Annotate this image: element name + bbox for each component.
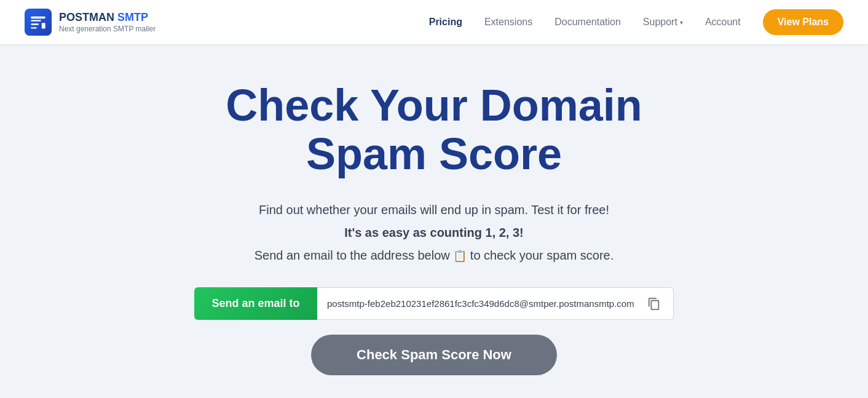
view-plans-button[interactable]: View Plans <box>763 9 843 35</box>
logo-text: POSTMAN SMTP Next generation SMTP mailer <box>59 11 156 33</box>
subtitle-3: Send an email to the address below 📋 to … <box>254 249 614 263</box>
send-email-button[interactable]: Send an email to <box>194 287 317 320</box>
nav-pricing[interactable]: Pricing <box>429 17 462 28</box>
nav-support[interactable]: Support ▾ <box>643 17 683 28</box>
nav: Pricing Extensions Documentation Support… <box>429 9 843 35</box>
main-content: Check Your Domain Spam Score Find out wh… <box>0 44 868 398</box>
logo-tagline: Next generation SMTP mailer <box>59 25 156 33</box>
logo-name: POSTMAN SMTP <box>59 11 156 25</box>
logo-name-postman: POSTMAN <box>59 11 114 23</box>
copy-email-button[interactable] <box>645 295 663 313</box>
nav-documentation[interactable]: Documentation <box>554 17 621 28</box>
logo-name-smtp: SMTP <box>117 11 148 23</box>
subtitle-2: It's as easy as counting 1, 2, 3! <box>344 226 524 240</box>
chevron-down-icon: ▾ <box>680 19 683 26</box>
nav-extensions[interactable]: Extensions <box>484 17 532 28</box>
header: POSTMAN SMTP Next generation SMTP mailer… <box>0 0 868 44</box>
svg-rect-2 <box>31 23 39 25</box>
logo-icon <box>25 9 52 36</box>
nav-account[interactable]: Account <box>705 17 741 28</box>
email-row: Send an email to postsmtp-feb2eb210231ef… <box>194 287 674 320</box>
subtitle-1: Find out whether your emails will end up… <box>259 203 609 217</box>
logo: POSTMAN SMTP Next generation SMTP mailer <box>25 9 156 36</box>
email-address-display: postsmtp-feb2eb210231ef2861fc3cfc349d6dc… <box>327 298 640 309</box>
email-display-wrapper: postsmtp-feb2eb210231ef2861fc3cfc349d6dc… <box>317 287 674 320</box>
svg-rect-1 <box>31 20 41 22</box>
check-spam-button[interactable]: Check Spam Score Now <box>311 335 557 375</box>
page-title: Check Your Domain Spam Score <box>226 81 642 178</box>
svg-rect-3 <box>31 27 36 28</box>
svg-rect-4 <box>42 23 45 28</box>
svg-rect-0 <box>31 17 45 19</box>
clipboard-icon: 📋 <box>453 249 467 263</box>
